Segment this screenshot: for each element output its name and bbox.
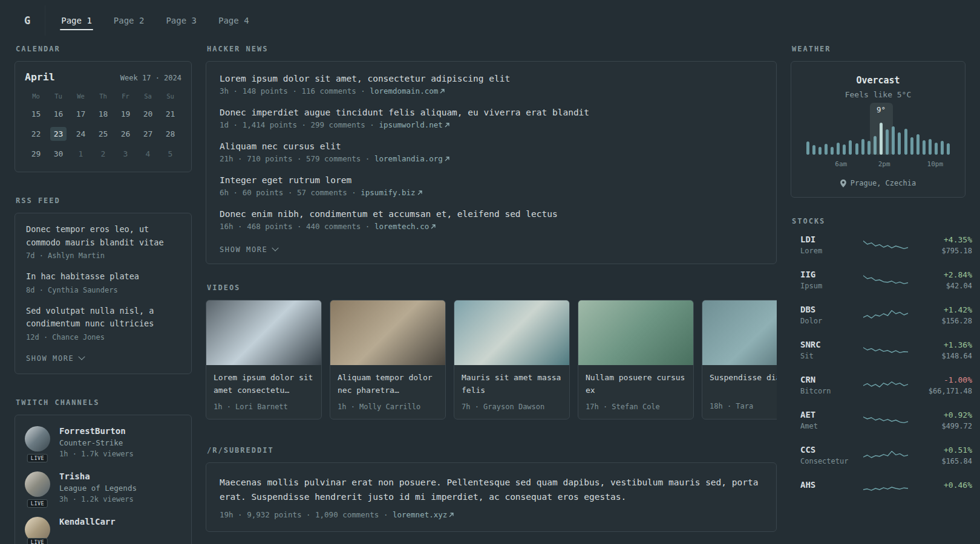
twitch-channel[interactable]: LIVE Trisha League of Legends 3h · 1.2k … [25, 471, 181, 504]
calendar-day[interactable]: 15 [28, 107, 44, 121]
hn-domain-link[interactable]: ipsumify.biz [361, 188, 422, 197]
post-link[interactable]: Maecenas mollis pulvinar erat non posuer… [220, 475, 763, 505]
stock-values: +0.46% [913, 481, 972, 499]
channel-info: KendallCarr [59, 517, 116, 542]
current-temp-label: 9° [877, 105, 886, 114]
stock-row[interactable]: DBS Dolor +1.42% $156.28 [800, 305, 958, 325]
hn-story-meta: 1d · 1,414 points · 299 comments · ipsum… [220, 120, 763, 129]
hn-story-link[interactable]: Integer eget rutrum lorem [220, 175, 763, 185]
video-card[interactable]: Suspendisse diam 18h · Tara [702, 300, 777, 419]
video-card[interactable]: Mauris sit amet massa felis 7h · Grayson… [454, 300, 570, 419]
post-domain-link[interactable]: loremnet.xyz [393, 510, 454, 519]
calendar-day[interactable]: 26 [117, 127, 134, 141]
calendar-day[interactable]: 19 [117, 107, 134, 121]
stock-name: Ipsum [800, 282, 858, 290]
stock-row[interactable]: LDI Lorem +4.35% $795.18 [800, 235, 958, 255]
external-link-icon [448, 512, 454, 518]
video-thumbnail[interactable] [578, 300, 693, 365]
stock-row[interactable]: CRN Bitcorn -1.00% $66,171.48 [800, 375, 958, 395]
hn-domain-link[interactable]: loremtech.co [374, 222, 436, 231]
calendar-day[interactable]: 4 [140, 147, 156, 161]
stock-row[interactable]: SNRC Sit +1.36% $148.64 [800, 340, 958, 360]
app-logo[interactable]: G [24, 15, 30, 27]
dashboard-grid: CALENDAR April Week 17 · 2024 MoTuWeThFr… [0, 41, 980, 544]
show-more-label: SHOW MORE [220, 245, 267, 254]
weather-bar [898, 118, 901, 155]
weather-time-label: 2pm [878, 160, 890, 168]
hackernews-show-more-button[interactable]: SHOW MORE [220, 243, 278, 257]
rss-title: RSS FEED [16, 196, 192, 205]
video-card[interactable]: Aliquam tempor dolor nec pharetra… 1h · … [330, 300, 446, 419]
hn-domain-link[interactable]: ipsumworld.net [379, 120, 449, 129]
stock-identity: LDI Lorem [800, 235, 858, 255]
hn-story-link[interactable]: Lorem ipsum dolor sit amet, consectetur … [220, 74, 763, 83]
calendar-day[interactable]: 2 [95, 147, 111, 161]
hn-domain-link[interactable]: loremdomain.com [370, 86, 445, 96]
calendar-day[interactable]: 17 [73, 107, 89, 121]
stock-identity: AHS [800, 480, 858, 499]
stock-sparkline [863, 342, 908, 358]
rss-item[interactable]: Sed volutpat nulla nisl, a condimentum n… [26, 305, 180, 342]
rss-item[interactable]: Donec tempor eros leo, ut commodo mauris… [26, 223, 180, 260]
hn-story-link[interactable]: Aliquam nec cursus elit [220, 141, 763, 151]
nav-divider [45, 5, 45, 36]
calendar-day[interactable]: 27 [140, 127, 156, 141]
avatar [25, 471, 50, 497]
video-thumbnail[interactable] [330, 300, 445, 365]
video-card[interactable]: Lorem ipsum dolor sit amet consectetu… 1… [206, 300, 322, 419]
video-thumbnail[interactable] [454, 300, 569, 365]
twitch-channel[interactable]: LIVE ForrestBurton Counter-Strike 1h · 1… [25, 426, 181, 458]
weather-location[interactable]: Prague, Czechia [801, 179, 955, 187]
calendar-day[interactable]: 18 [95, 107, 111, 121]
post-meta: 19h · 9,932 points · 1,090 comments · lo… [220, 510, 763, 519]
video-thumbnail[interactable] [702, 300, 777, 365]
hn-story-link[interactable]: Donec enim nibh, condimentum et accumsan… [220, 209, 763, 219]
rss-item-meta: 12d · Chance Jones [26, 333, 180, 342]
rss-item-title: Donec tempor eros leo, ut commodo mauris… [26, 223, 180, 249]
calendar-day[interactable]: 20 [140, 107, 156, 121]
calendar-day[interactable]: 28 [162, 127, 178, 141]
calendar-day[interactable]: 24 [73, 127, 89, 141]
calendar-day[interactable]: 21 [162, 107, 178, 121]
rss-item-title: In hac habitasse platea [26, 270, 180, 283]
hn-story: Aliquam nec cursus elit 21h · 710 points… [220, 141, 763, 163]
calendar-day[interactable]: 1 [73, 147, 89, 161]
stocks-title: STOCKS [792, 217, 965, 225]
page-tab[interactable]: Page 3 [165, 4, 198, 37]
calendar-day[interactable]: 25 [95, 127, 111, 141]
calendar-day[interactable]: 16 [50, 107, 67, 121]
calendar-day[interactable]: 23 [50, 127, 67, 141]
weekday-label: We [77, 92, 85, 100]
calendar-day[interactable]: 3 [117, 147, 134, 161]
calendar-day-grid: 1516171819202122232425262728293012345 [25, 107, 181, 161]
calendar-day[interactable]: 29 [28, 147, 44, 161]
hn-story-link[interactable]: Donec imperdiet augue tincidunt felis al… [220, 108, 763, 117]
hn-domain-text: loremdomain.com [370, 86, 438, 96]
rss-show-more-button[interactable]: SHOW MORE [26, 352, 84, 366]
calendar-day[interactable]: 5 [162, 147, 178, 161]
hn-domain-text: ipsumify.biz [361, 188, 415, 197]
weather-bar [824, 118, 828, 155]
stock-row[interactable]: CCS Consectetur +0.51% $165.84 [800, 445, 958, 465]
stock-change: +0.46% [913, 481, 972, 490]
stock-price: $42.04 [913, 282, 972, 290]
twitch-channel[interactable]: LIVE KendallCarr [25, 517, 181, 542]
stock-row[interactable]: AET Amet +0.92% $499.72 [800, 410, 958, 430]
rss-item[interactable]: In hac habitasse platea 8d · Cynthia Sau… [26, 270, 180, 294]
video-thumbnail[interactable] [206, 300, 321, 365]
weather-bar [806, 118, 809, 155]
page-tab[interactable]: Page 4 [217, 4, 250, 37]
external-link-icon [430, 224, 436, 230]
page-tab[interactable]: Page 2 [113, 4, 146, 37]
page-tab[interactable]: Page 1 [60, 4, 93, 37]
video-meta: 18h · Tara [702, 397, 777, 418]
calendar-day[interactable]: 30 [50, 147, 67, 161]
video-title: Aliquam tempor dolor nec pharetra… [330, 365, 445, 397]
stock-row[interactable]: IIG Ipsum +2.84% $42.04 [800, 270, 958, 290]
calendar-day[interactable]: 22 [28, 127, 44, 141]
hn-domain-link[interactable]: loremlandia.org [374, 154, 450, 163]
video-meta: 1h · Molly Carrillo [330, 397, 445, 419]
video-card[interactable]: Nullam posuere cursus ex 17h · Stefan Co… [578, 300, 694, 419]
weather-title: WEATHER [792, 45, 965, 53]
stock-row[interactable]: AHS +0.46% [800, 480, 958, 499]
